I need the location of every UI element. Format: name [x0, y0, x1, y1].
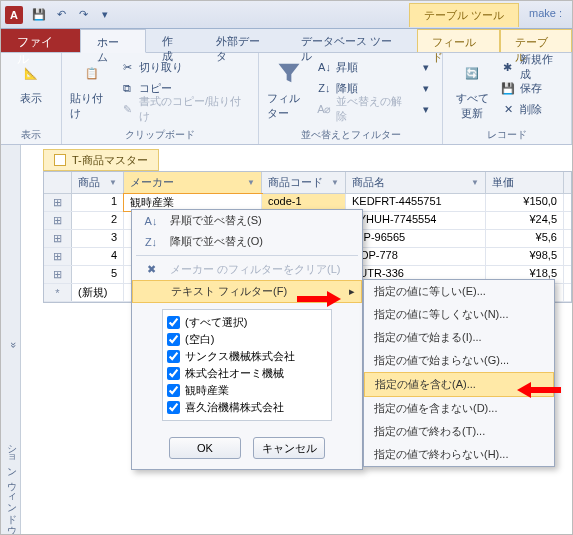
object-tab[interactable]: T-商品マスター — [43, 149, 159, 171]
cell-new[interactable]: (新規) — [72, 284, 124, 301]
check-item[interactable]: (すべて選択) — [167, 314, 327, 331]
save-small-icon: 💾 — [500, 80, 516, 96]
cell-price[interactable]: ¥5,6 — [486, 230, 564, 247]
tab-home[interactable]: ホーム — [80, 29, 146, 53]
tab-file[interactable]: ファイル — [1, 29, 80, 52]
view-button[interactable]: 📐 表示 — [9, 57, 53, 106]
checkbox[interactable] — [167, 350, 180, 363]
qat-dropdown-icon[interactable]: ▾ — [95, 5, 115, 25]
ok-button[interactable]: OK — [169, 437, 241, 459]
check-item[interactable]: 喜久治機構株式会社 — [167, 399, 327, 416]
sort-asc-button[interactable]: A↓昇順 — [316, 57, 411, 77]
cell-id[interactable]: 4 — [72, 248, 124, 265]
header-row: 商品▼ メーカー▼ 商品コード▼ 商品名▼ 単価 — [44, 172, 571, 194]
paste-button[interactable]: 📋 貼り付け — [70, 57, 113, 121]
refresh-label: すべて 更新 — [456, 91, 489, 121]
submenu-equals[interactable]: 指定の値に等しい(E)... — [364, 280, 554, 303]
popup-sort-desc[interactable]: Z↓降順で並べ替え(O) — [132, 231, 362, 252]
cell-name[interactable]: DOP-778 — [346, 248, 486, 265]
submenu-not-ends[interactable]: 指定の値で終わらない(H)... — [364, 443, 554, 466]
refresh-button[interactable]: 🔄 すべて 更新 — [451, 57, 494, 121]
row-selector[interactable]: ⊞ — [44, 212, 72, 229]
checkbox[interactable] — [167, 384, 180, 397]
filter-toggle-1[interactable]: ▾ — [418, 57, 434, 77]
row-selector[interactable]: ⊞ — [44, 266, 72, 283]
header-id[interactable]: 商品▼ — [72, 172, 124, 193]
window-title: make : — [519, 3, 572, 27]
header-maker[interactable]: メーカー▼ — [124, 172, 262, 193]
cell-name[interactable]: TYHUH-7745554 — [346, 212, 486, 229]
check-item[interactable]: 株式会社オーミ機械 — [167, 365, 327, 382]
cell-id[interactable]: 5 — [72, 266, 124, 283]
row-selector[interactable]: ⊞ — [44, 194, 72, 211]
chevron-down-icon[interactable]: ▼ — [471, 178, 479, 187]
filter-toggle-3[interactable]: ▾ — [418, 99, 434, 119]
cell-id[interactable]: 2 — [72, 212, 124, 229]
popup-clear-filter: ✖メーカー のフィルターをクリア(L) — [132, 259, 362, 280]
cell-id[interactable]: 3 — [72, 230, 124, 247]
submenu-begins[interactable]: 指定の値で始まる(I)... — [364, 326, 554, 349]
button-row: OK キャンセル — [132, 429, 362, 469]
brush-icon: ✎ — [119, 101, 135, 117]
row-selector[interactable]: ⊞ — [44, 230, 72, 247]
undo-icon[interactable]: ↶ — [51, 5, 71, 25]
cell-name[interactable]: KEDFRT-4455751 — [346, 194, 486, 211]
sort-asc-icon: A↓ — [140, 215, 162, 227]
app-icon: A — [5, 6, 23, 24]
check-item[interactable]: サンクス機械株式会社 — [167, 348, 327, 365]
funnel-adv-icon: ▾ — [418, 80, 434, 96]
cell-id[interactable]: 1 — [72, 194, 124, 211]
cut-button[interactable]: ✂切り取り — [119, 57, 250, 77]
chevron-down-icon[interactable]: ▼ — [331, 178, 339, 187]
checkbox[interactable] — [167, 316, 180, 329]
row-selector-new[interactable]: * — [44, 284, 72, 301]
new-record-button[interactable]: ✱新規作成 — [500, 57, 563, 77]
tab-db-tools[interactable]: データベース ツール — [285, 29, 417, 52]
chevron-down-icon[interactable]: ▼ — [247, 178, 255, 187]
tab-external-data[interactable]: 外部データ — [200, 29, 286, 52]
tab-table[interactable]: テーブル — [500, 29, 572, 52]
tab-create[interactable]: 作成 — [146, 29, 199, 52]
header-code[interactable]: 商品コード▼ — [262, 172, 346, 193]
check-item[interactable]: (空白) — [167, 331, 327, 348]
submenu-not-contains[interactable]: 指定の値を含まない(D)... — [364, 397, 554, 420]
select-all-cell[interactable] — [44, 172, 72, 193]
check-item[interactable]: 観時産業 — [167, 382, 327, 399]
view-icon: 📐 — [15, 57, 47, 89]
clear-sort-icon: A⌀ — [316, 101, 332, 117]
checkbox[interactable] — [167, 333, 180, 346]
filter-button[interactable]: フィルター — [267, 57, 310, 121]
group-label-sort: 並べ替えとフィルター — [267, 127, 433, 142]
ribbon: 📐 表示 表示 📋 貼り付け ✂切り取り ⧉コピー ✎書式のコピー/貼り付け ク… — [1, 53, 572, 145]
submenu-not-equals[interactable]: 指定の値に等しくない(N)... — [364, 303, 554, 326]
save-record-button[interactable]: 💾保存 — [500, 78, 563, 98]
delete-icon: ✕ — [500, 101, 516, 117]
redo-icon[interactable]: ↷ — [73, 5, 93, 25]
filter-toggle-2[interactable]: ▾ — [418, 78, 434, 98]
annotation-arrow-1 — [297, 291, 341, 307]
popup-sort-asc[interactable]: A↓昇順で並べ替え(S) — [132, 210, 362, 231]
checkbox[interactable] — [167, 367, 180, 380]
object-tab-title: T-商品マスター — [72, 153, 148, 168]
clear-filter-icon: ✖ — [140, 263, 162, 276]
cell-price[interactable]: ¥24,5 — [486, 212, 564, 229]
cell-price[interactable]: ¥150,0 — [486, 194, 564, 211]
checkbox[interactable] — [167, 401, 180, 414]
chevron-down-icon[interactable]: ▼ — [109, 178, 117, 187]
delete-record-button[interactable]: ✕削除 — [500, 99, 563, 119]
cancel-button[interactable]: キャンセル — [253, 437, 325, 459]
sort-desc-icon: Z↓ — [316, 80, 332, 96]
tab-field[interactable]: フィールド — [417, 29, 500, 52]
header-name[interactable]: 商品名▼ — [346, 172, 486, 193]
clear-sort-button[interactable]: A⌀並べ替えの解除 — [316, 99, 411, 119]
cell-name[interactable]: IOP-96565 — [346, 230, 486, 247]
copy-icon: ⧉ — [119, 80, 135, 96]
funnel-small-icon: ▾ — [418, 59, 434, 75]
format-painter-button[interactable]: ✎書式のコピー/貼り付け — [119, 99, 250, 119]
row-selector[interactable]: ⊞ — [44, 248, 72, 265]
header-price[interactable]: 単価 — [486, 172, 564, 193]
submenu-not-begins[interactable]: 指定の値で始まらない(G)... — [364, 349, 554, 372]
cell-price[interactable]: ¥98,5 — [486, 248, 564, 265]
submenu-ends[interactable]: 指定の値で終わる(T)... — [364, 420, 554, 443]
save-icon[interactable]: 💾 — [29, 5, 49, 25]
